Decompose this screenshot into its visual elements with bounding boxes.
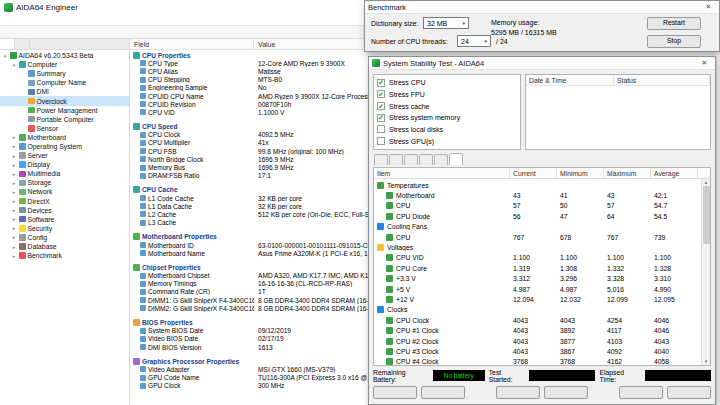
stress-checkbox[interactable]: Stress FPU: [377, 89, 517, 100]
tree-item[interactable]: ▸ Server: [0, 151, 129, 160]
log-column-datetime[interactable]: Date & Time: [526, 75, 614, 85]
tree-item[interactable]: ▸ Storage: [0, 178, 129, 187]
tree-item[interactable]: Summary: [0, 69, 129, 78]
checkbox-icon[interactable]: [377, 90, 385, 98]
stat-row[interactable]: Clocks: [374, 305, 710, 315]
scroll-down-icon[interactable]: ▼: [704, 359, 708, 364]
close-icon[interactable]: ✕: [701, 2, 716, 13]
stability-button[interactable]: [619, 386, 663, 399]
tab[interactable]: [419, 154, 433, 165]
stress-checkbox[interactable]: Stress cache: [377, 101, 517, 112]
checkbox-icon[interactable]: [377, 79, 385, 87]
stat-column-current[interactable]: Current: [510, 168, 557, 178]
tab[interactable]: [374, 154, 388, 165]
tab[interactable]: [434, 154, 448, 165]
tab[interactable]: [449, 153, 463, 165]
stat-row[interactable]: CPU #1 Clock 4043 3892 4117 4046: [374, 325, 710, 335]
checkbox-icon[interactable]: [377, 125, 385, 133]
stat-row[interactable]: +12 V 12.094 12.032 12.099 12.095: [374, 294, 710, 304]
tree-item[interactable]: Portable Computer: [0, 115, 129, 124]
stop-button[interactable]: Stop: [647, 35, 701, 48]
stat-column-maximum[interactable]: Maximum: [604, 168, 651, 178]
stat-row[interactable]: CPU Clock 4043 4043 4254 4046: [374, 315, 710, 325]
stat-row[interactable]: Motherboard 43 41 43 42.1: [374, 190, 710, 200]
expander-icon[interactable]: ▾: [11, 62, 17, 68]
stability-button[interactable]: [421, 386, 465, 399]
close-icon[interactable]: ✕: [697, 58, 712, 69]
tree-item[interactable]: ▸ Operating System: [0, 142, 129, 151]
tree-item[interactable]: ▸ Display: [0, 160, 129, 169]
stat-row[interactable]: CPU 767 678 767 739: [374, 232, 710, 242]
stress-checkbox[interactable]: Stress local disks: [377, 124, 517, 135]
stat-row[interactable]: Temperatures: [374, 180, 710, 190]
stability-button[interactable]: [373, 386, 417, 399]
stat-row[interactable]: CPU 57 50 57 54.7: [374, 201, 710, 211]
log-column-status[interactable]: Status: [614, 75, 710, 85]
tree-item[interactable]: ▾ Computer: [0, 60, 129, 69]
expander-icon[interactable]: ▸: [11, 162, 17, 168]
stat-row[interactable]: CPU Core 1.319 1.308 1.332 1.328: [374, 263, 710, 273]
stat-row[interactable]: +5 V 4.987 4.987 5.016 4.990: [374, 284, 710, 294]
tree-item[interactable]: Sensor: [0, 124, 129, 133]
tree-item[interactable]: ▸ Network: [0, 187, 129, 196]
stress-checkbox[interactable]: Stress system memory: [377, 112, 517, 123]
tree-item[interactable]: ▸ Security: [0, 224, 129, 233]
tab[interactable]: [389, 154, 403, 165]
sidebar-tab[interactable]: [0, 39, 15, 49]
expander-icon[interactable]: ▾: [2, 53, 8, 59]
stress-checkbox[interactable]: Stress GPU(s): [377, 136, 517, 147]
checkbox-icon[interactable]: [377, 114, 385, 122]
expander-icon[interactable]: ▸: [11, 198, 17, 204]
tree-item[interactable]: ▸ Database: [0, 242, 129, 251]
expander-icon[interactable]: ▸: [11, 143, 17, 149]
checkbox-icon[interactable]: [377, 137, 385, 145]
scroll-up-icon[interactable]: ▲: [704, 180, 708, 185]
tree-item[interactable]: Overclock: [0, 96, 129, 105]
stat-row[interactable]: Cooling Fans: [374, 222, 710, 232]
stat-column-average[interactable]: Average: [651, 168, 698, 178]
scrollbar-thumb[interactable]: [703, 186, 710, 244]
scrollbar[interactable]: ▲ ▼: [701, 179, 710, 365]
stat-row[interactable]: CPU #4 Clock 3768 3768 4162 4058: [374, 357, 710, 365]
cpu-threads-select[interactable]: 24▾: [457, 35, 491, 47]
tree-item[interactable]: ▸ Benchmark: [0, 251, 129, 260]
expander-icon[interactable]: ▸: [11, 216, 17, 222]
tree-item[interactable]: Power Management: [0, 106, 129, 115]
expander-icon[interactable]: ▸: [11, 189, 17, 195]
expander-icon[interactable]: ▸: [11, 153, 17, 159]
expander-icon[interactable]: ▸: [11, 171, 17, 177]
tree-item[interactable]: ▾ AIDA64 v6.20.5343 Beta: [0, 51, 129, 60]
stat-row[interactable]: +3.3 V 3.312 3.296 3.328 3.310: [374, 274, 710, 284]
stat-row[interactable]: Voltages: [374, 242, 710, 252]
sidebar-tab[interactable]: [15, 39, 30, 49]
tree-item[interactable]: ▸ Motherboard: [0, 133, 129, 142]
tree-item[interactable]: ▸ Devices: [0, 206, 129, 215]
stability-button[interactable]: [667, 386, 711, 399]
tab[interactable]: [404, 154, 418, 165]
restart-button[interactable]: Restart: [647, 17, 701, 30]
dictionary-size-select[interactable]: 32 MB▾: [423, 17, 469, 29]
expander-icon[interactable]: ▸: [11, 234, 17, 240]
stat-row[interactable]: CPU #2 Clock 4043 3877 4103 4043: [374, 336, 710, 346]
stat-column-minimum[interactable]: Minimum: [557, 168, 604, 178]
tree-item[interactable]: ▸ Multimedia: [0, 169, 129, 178]
tree-item[interactable]: ▸ Config: [0, 233, 129, 242]
expander-icon[interactable]: ▸: [11, 225, 17, 231]
expander-icon[interactable]: ▸: [11, 207, 17, 213]
stat-row[interactable]: CPU Diode 56 47 64 54.5: [374, 211, 710, 221]
tree-item[interactable]: ▸ DirectX: [0, 197, 129, 206]
stability-button[interactable]: [496, 386, 540, 399]
expander-icon[interactable]: ▸: [11, 180, 17, 186]
expander-icon[interactable]: ▸: [11, 244, 17, 250]
expander-icon[interactable]: ▸: [11, 253, 17, 259]
stress-checkbox[interactable]: Stress CPU: [377, 77, 517, 88]
tree-item[interactable]: Computer Name: [0, 78, 129, 87]
tree-item[interactable]: ▸ Software: [0, 215, 129, 224]
tree-item[interactable]: DMI: [0, 87, 129, 96]
stat-row[interactable]: CPU VID 1.100 1.100 1.100 1.100: [374, 253, 710, 263]
checkbox-icon[interactable]: [377, 102, 385, 110]
column-header-field[interactable]: Field: [130, 39, 254, 49]
stability-button[interactable]: [544, 386, 588, 399]
stat-row[interactable]: CPU #3 Clock 4043 3867 4092 4040: [374, 346, 710, 356]
expander-icon[interactable]: ▸: [11, 134, 17, 140]
